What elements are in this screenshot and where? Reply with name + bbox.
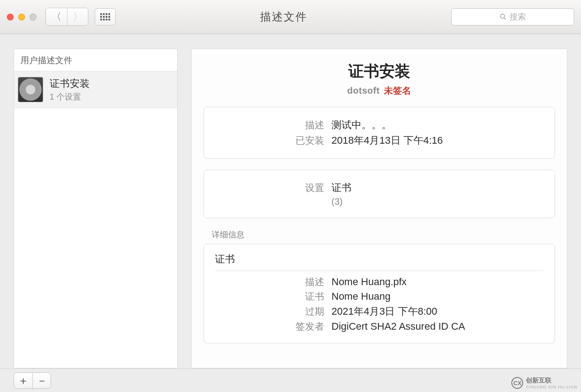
remove-button[interactable]: －: [32, 373, 51, 388]
detail-issuer-value: DigiCert SHA2 Assured ID CA: [331, 321, 465, 332]
profile-org: dotsoft: [347, 85, 380, 95]
chevron-left-icon: 〈: [51, 10, 61, 24]
detail-expiry-value: 2021年4月3日 下午8:00: [331, 305, 437, 318]
detail-description-label: 描述: [215, 276, 324, 288]
minimize-window-button[interactable]: [18, 14, 25, 20]
signing-status: 未签名: [384, 85, 411, 95]
installed-value: 2018年4月13日 下午4:16: [331, 134, 443, 147]
plus-icon: ＋: [18, 373, 29, 388]
profile-header: 证书安装 dotsoft 未签名: [204, 61, 555, 97]
profile-title: 证书安装: [204, 61, 555, 82]
search-placeholder: 搜索: [510, 11, 526, 22]
description-label: 描述: [215, 119, 324, 131]
search-input[interactable]: 搜索: [451, 8, 574, 25]
watermark-sub: CHUANG XIN HU LIAN: [526, 385, 577, 389]
main-area: 用户描述文件 证书安装 1 个设置 证书安装 dotsoft 未签名 描述 测试…: [0, 34, 581, 368]
details-heading: 证书: [215, 251, 544, 271]
gear-icon: [18, 77, 43, 102]
description-value: 测试中。。。: [331, 118, 392, 132]
grid-icon: [100, 13, 110, 20]
search-icon: [499, 13, 507, 20]
forward-button[interactable]: 〉: [67, 8, 88, 25]
settings-label: 设置: [215, 181, 324, 194]
details-card: 证书 描述 Nome Huang.pfx 证书 Nome Huang 过期 20…: [204, 244, 555, 343]
settings-value: 证书: [331, 181, 352, 195]
add-button[interactable]: ＋: [14, 373, 32, 388]
detail-cert-value: Nome Huang: [331, 291, 391, 302]
details-section-label: 详细信息: [212, 229, 555, 240]
window-title: 描述文件: [116, 10, 451, 24]
watermark-brand: 创新互联: [526, 377, 577, 385]
nav-back-forward: 〈 〉: [46, 8, 88, 26]
zoom-window-button[interactable]: [30, 14, 36, 20]
summary-card: 描述 测试中。。。 已安装 2018年4月13日 下午4:16: [204, 107, 555, 159]
detail-cert-label: 证书: [215, 290, 324, 303]
toolbar: 〈 〉 描述文件 搜索: [0, 0, 581, 34]
minus-icon: －: [36, 373, 47, 388]
chevron-right-icon: 〉: [73, 10, 83, 24]
footer: ＋ －: [0, 368, 581, 392]
installed-label: 已安装: [215, 134, 324, 147]
watermark-logo-icon: CX: [511, 377, 523, 389]
settings-card[interactable]: 设置 证书 (3): [204, 170, 555, 218]
window-controls: [7, 14, 36, 20]
back-button[interactable]: 〈: [46, 8, 67, 25]
close-window-button[interactable]: [7, 14, 14, 20]
sidebar-item-profile[interactable]: 证书安装 1 个设置: [14, 71, 177, 108]
detail-description-value: Nome Huang.pfx: [331, 276, 407, 288]
settings-count: (3): [331, 196, 342, 207]
sidebar-item-subtitle: 1 个设置: [50, 91, 90, 102]
sidebar-header: 用户描述文件: [14, 49, 177, 71]
show-all-button[interactable]: [95, 8, 116, 25]
detail-pane: 证书安装 dotsoft 未签名 描述 测试中。。。 已安装 2018年4月13…: [191, 49, 567, 368]
detail-issuer-label: 签发者: [215, 320, 324, 333]
watermark: CX 创新互联 CHUANG XIN HU LIAN: [511, 377, 577, 389]
sidebar: 用户描述文件 证书安装 1 个设置: [14, 49, 178, 368]
sidebar-item-title: 证书安装: [50, 77, 90, 90]
detail-expiry-label: 过期: [215, 305, 324, 318]
add-remove-buttons: ＋ －: [14, 372, 51, 389]
